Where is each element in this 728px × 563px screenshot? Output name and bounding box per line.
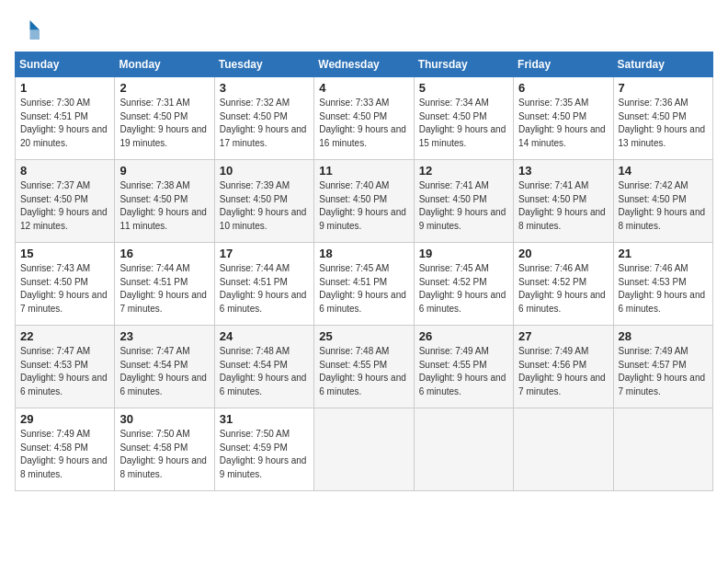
day-info: Sunrise: 7:48 AMSunset: 4:54 PMDaylight:…: [220, 345, 309, 398]
day-info: Sunrise: 7:45 AMSunset: 4:52 PMDaylight:…: [419, 262, 508, 316]
calendar-cell: 17Sunrise: 7:44 AMSunset: 4:51 PMDayligh…: [214, 243, 313, 326]
day-number: 30: [119, 412, 209, 426]
logo: [15, 15, 46, 42]
day-info: Sunrise: 7:42 AMSunset: 4:50 PMDaylight:…: [619, 179, 708, 233]
day-info: Sunrise: 7:46 AMSunset: 4:53 PMDaylight:…: [619, 262, 708, 316]
day-info: Sunrise: 7:32 AMSunset: 4:50 PMDaylight:…: [220, 97, 309, 150]
day-info: Sunrise: 7:40 AMSunset: 4:50 PMDaylight:…: [319, 179, 408, 233]
day-number: 9: [119, 164, 209, 178]
calendar-cell: [613, 408, 712, 491]
calendar-cell: 23Sunrise: 7:47 AMSunset: 4:54 PMDayligh…: [115, 326, 214, 408]
calendar-cell: 2Sunrise: 7:31 AMSunset: 4:50 PMDaylight…: [115, 77, 214, 160]
day-info: Sunrise: 7:49 AMSunset: 4:56 PMDaylight:…: [518, 345, 608, 398]
calendar-cell: [514, 408, 613, 491]
day-info: Sunrise: 7:37 AMSunset: 4:50 PMDaylight:…: [20, 179, 109, 233]
calendar-cell: 31Sunrise: 7:50 AMSunset: 4:59 PMDayligh…: [214, 408, 313, 491]
day-info: Sunrise: 7:41 AMSunset: 4:50 PMDaylight:…: [419, 179, 508, 233]
day-info: Sunrise: 7:43 AMSunset: 4:50 PMDaylight:…: [20, 262, 109, 316]
day-info: Sunrise: 7:41 AMSunset: 4:50 PMDaylight:…: [518, 179, 608, 233]
day-number: 28: [619, 329, 708, 343]
day-header-monday: Monday: [115, 52, 214, 77]
day-number: 15: [20, 247, 109, 260]
day-number: 25: [319, 329, 408, 343]
calendar-cell: 3Sunrise: 7:32 AMSunset: 4:50 PMDaylight…: [214, 77, 313, 160]
calendar-week-3: 15Sunrise: 7:43 AMSunset: 4:50 PMDayligh…: [16, 243, 713, 326]
calendar-cell: [414, 408, 513, 491]
day-header-sunday: Sunday: [16, 52, 115, 77]
day-number: 23: [119, 329, 209, 343]
day-number: 24: [220, 329, 309, 343]
calendar-cell: 4Sunrise: 7:33 AMSunset: 4:50 PMDaylight…: [314, 77, 414, 160]
calendar-cell: 10Sunrise: 7:39 AMSunset: 4:50 PMDayligh…: [214, 160, 313, 243]
day-number: 5: [419, 81, 508, 95]
day-number: 17: [220, 247, 309, 260]
day-info: Sunrise: 7:44 AMSunset: 4:51 PMDaylight:…: [220, 262, 309, 316]
calendar-week-2: 8Sunrise: 7:37 AMSunset: 4:50 PMDaylight…: [16, 160, 713, 243]
day-number: 19: [419, 247, 508, 260]
calendar-cell: 1Sunrise: 7:30 AMSunset: 4:51 PMDaylight…: [16, 77, 115, 160]
day-number: 14: [619, 164, 708, 178]
page-header: [15, 15, 713, 42]
day-info: Sunrise: 7:47 AMSunset: 4:53 PMDaylight:…: [20, 345, 109, 398]
day-number: 12: [419, 164, 508, 178]
day-number: 1: [20, 81, 109, 95]
calendar-header-row: SundayMondayTuesdayWednesdayThursdayFrid…: [16, 52, 713, 77]
day-header-saturday: Saturday: [613, 52, 712, 77]
calendar-cell: 13Sunrise: 7:41 AMSunset: 4:50 PMDayligh…: [514, 160, 613, 243]
day-number: 6: [518, 81, 608, 95]
day-info: Sunrise: 7:50 AMSunset: 4:59 PMDaylight:…: [220, 428, 309, 481]
day-number: 16: [119, 247, 209, 260]
calendar-week-5: 29Sunrise: 7:49 AMSunset: 4:58 PMDayligh…: [16, 408, 713, 491]
calendar-cell: 30Sunrise: 7:50 AMSunset: 4:58 PMDayligh…: [115, 408, 214, 491]
calendar-cell: 15Sunrise: 7:43 AMSunset: 4:50 PMDayligh…: [16, 243, 115, 326]
svg-marker-0: [30, 20, 40, 30]
day-info: Sunrise: 7:33 AMSunset: 4:50 PMDaylight:…: [319, 97, 408, 150]
day-number: 31: [220, 412, 309, 426]
day-number: 22: [20, 329, 109, 343]
calendar-week-4: 22Sunrise: 7:47 AMSunset: 4:53 PMDayligh…: [16, 326, 713, 408]
day-number: 13: [518, 164, 608, 178]
calendar-cell: 20Sunrise: 7:46 AMSunset: 4:52 PMDayligh…: [514, 243, 613, 326]
day-info: Sunrise: 7:38 AMSunset: 4:50 PMDaylight:…: [119, 179, 209, 233]
day-info: Sunrise: 7:46 AMSunset: 4:52 PMDaylight:…: [518, 262, 608, 316]
calendar-cell: 22Sunrise: 7:47 AMSunset: 4:53 PMDayligh…: [16, 326, 115, 408]
day-header-thursday: Thursday: [414, 52, 513, 77]
day-info: Sunrise: 7:47 AMSunset: 4:54 PMDaylight:…: [119, 345, 209, 398]
calendar-cell: 25Sunrise: 7:48 AMSunset: 4:55 PMDayligh…: [314, 326, 414, 408]
day-header-wednesday: Wednesday: [314, 52, 414, 77]
calendar-cell: 26Sunrise: 7:49 AMSunset: 4:55 PMDayligh…: [414, 326, 513, 408]
calendar-cell: 8Sunrise: 7:37 AMSunset: 4:50 PMDaylight…: [16, 160, 115, 243]
day-info: Sunrise: 7:39 AMSunset: 4:50 PMDaylight:…: [220, 179, 309, 233]
calendar-cell: 28Sunrise: 7:49 AMSunset: 4:57 PMDayligh…: [613, 326, 712, 408]
day-number: 8: [20, 164, 109, 178]
calendar-cell: 5Sunrise: 7:34 AMSunset: 4:50 PMDaylight…: [414, 77, 513, 160]
calendar-cell: 29Sunrise: 7:49 AMSunset: 4:58 PMDayligh…: [16, 408, 115, 491]
day-number: 18: [319, 247, 408, 260]
calendar-cell: 14Sunrise: 7:42 AMSunset: 4:50 PMDayligh…: [613, 160, 712, 243]
day-info: Sunrise: 7:45 AMSunset: 4:51 PMDaylight:…: [319, 262, 408, 316]
calendar-cell: 7Sunrise: 7:36 AMSunset: 4:50 PMDaylight…: [613, 77, 712, 160]
calendar-week-1: 1Sunrise: 7:30 AMSunset: 4:51 PMDaylight…: [16, 77, 713, 160]
day-number: 3: [220, 81, 309, 95]
day-number: 20: [518, 247, 608, 260]
day-number: 10: [220, 164, 309, 178]
calendar-table: SundayMondayTuesdayWednesdayThursdayFrid…: [15, 52, 713, 491]
day-info: Sunrise: 7:30 AMSunset: 4:51 PMDaylight:…: [20, 97, 109, 150]
day-number: 21: [619, 247, 708, 260]
calendar-cell: [314, 408, 414, 491]
day-info: Sunrise: 7:35 AMSunset: 4:50 PMDaylight:…: [518, 97, 608, 150]
day-number: 29: [20, 412, 109, 426]
logo-icon: [15, 15, 42, 42]
calendar-cell: 12Sunrise: 7:41 AMSunset: 4:50 PMDayligh…: [414, 160, 513, 243]
calendar-cell: 16Sunrise: 7:44 AMSunset: 4:51 PMDayligh…: [115, 243, 214, 326]
day-number: 26: [419, 329, 508, 343]
calendar-cell: 18Sunrise: 7:45 AMSunset: 4:51 PMDayligh…: [314, 243, 414, 326]
day-info: Sunrise: 7:49 AMSunset: 4:57 PMDaylight:…: [619, 345, 708, 398]
svg-marker-1: [30, 30, 40, 40]
day-info: Sunrise: 7:34 AMSunset: 4:50 PMDaylight:…: [419, 97, 508, 150]
day-info: Sunrise: 7:44 AMSunset: 4:51 PMDaylight:…: [119, 262, 209, 316]
day-info: Sunrise: 7:49 AMSunset: 4:55 PMDaylight:…: [419, 345, 508, 398]
calendar-cell: 19Sunrise: 7:45 AMSunset: 4:52 PMDayligh…: [414, 243, 513, 326]
calendar-cell: 11Sunrise: 7:40 AMSunset: 4:50 PMDayligh…: [314, 160, 414, 243]
calendar-cell: 9Sunrise: 7:38 AMSunset: 4:50 PMDaylight…: [115, 160, 214, 243]
